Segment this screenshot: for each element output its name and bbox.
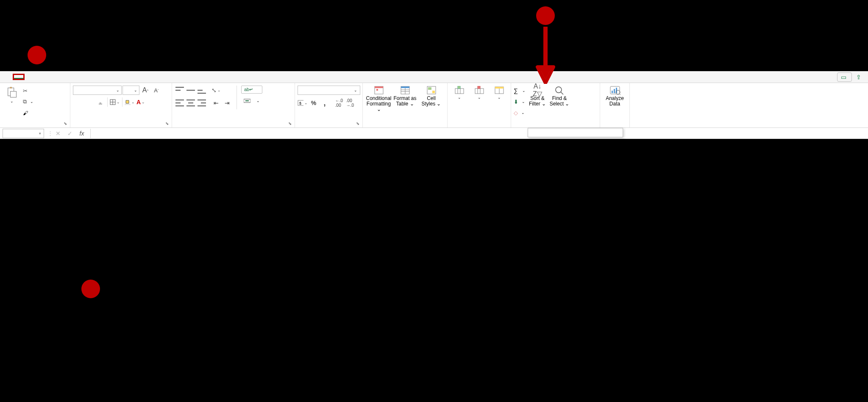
increase-decimal-button[interactable]: ←.0.00 [334,98,344,108]
conditional-formatting-button[interactable]: ConditionalFormatting ⌄ [367,86,391,113]
wrap-text-button[interactable]: ab↵ [241,86,262,94]
sigma-icon: ∑ [514,87,518,94]
format-as-table-button[interactable]: Format asTable ⌄ [393,86,417,107]
svg-rect-13 [376,89,378,91]
align-left-button[interactable] [175,98,185,108]
cf-label2: Formatting ⌄ [367,101,391,112]
svg-rect-31 [495,87,504,89]
arrow-icon [535,25,556,84]
align-center-button[interactable] [186,98,196,108]
underline-button[interactable] [95,97,105,107]
tab-insert[interactable] [24,75,34,79]
clear-button[interactable]: ◇ ⌄ [514,108,526,118]
comma-button[interactable]: , [320,98,330,108]
tab-file[interactable] [3,75,14,79]
group-number-label [298,127,360,128]
callout-1 [81,280,100,298]
wrap-text-icon: ab↵ [244,87,253,92]
autosum-button[interactable]: ∑ ⌄ [514,86,526,96]
svg-rect-26 [475,89,484,94]
percent-button[interactable]: % [309,98,319,108]
tab-review[interactable] [64,75,75,79]
svg-rect-37 [614,89,615,93]
ribbon: ⌄ ⌄ ⬊ ⌄ ⌄ A^ Aˇ [0,83,868,128]
callout-3 [536,6,555,25]
format-painter-button[interactable] [23,108,33,118]
fill-down-icon: ⬇ [514,99,518,105]
format-cells-button[interactable]: ⌄ [490,86,508,100]
accounting-format-button[interactable]: $ [298,98,308,108]
clipboard-launcher-icon[interactable]: ⬊ [64,121,69,126]
decrease-indent-button[interactable]: ⇤ [211,98,221,108]
sort-filter-icon: A↓Z▽ [531,86,543,95]
enter-formula-icon[interactable]: ✓ [65,129,75,138]
name-box[interactable]: ▾ [3,129,44,138]
group-styles-label [365,127,445,128]
delete-cells-button[interactable]: ⌄ [470,86,488,100]
number-launcher-icon[interactable]: ⬊ [356,121,361,126]
fill-button[interactable]: ⬇ ⌄ [514,97,526,107]
conditional-formatting-icon [373,86,385,95]
svg-rect-15 [401,86,409,88]
cut-button[interactable] [23,86,33,96]
increase-font-button[interactable]: A^ [140,86,150,95]
merge-center-button[interactable]: ⌄ [241,97,262,105]
decrease-decimal-button[interactable]: .00→.0 [345,98,355,108]
comment-icon: ▭ [841,74,846,80]
analyze-data-button[interactable]: AnalyzeData [604,86,626,107]
font-color-button[interactable]: A [136,97,146,107]
tab-data[interactable] [54,75,64,79]
align-right-button[interactable] [197,98,207,108]
decrease-font-button[interactable]: Aˇ [151,86,161,95]
fx-icon[interactable]: fx [77,129,87,138]
font-name-dropdown[interactable]: ⌄ [73,86,122,95]
autosum-tooltip [528,128,623,137]
scissors-icon [23,88,28,94]
svg-rect-36 [612,91,613,93]
border-button[interactable] [110,97,120,107]
font-launcher-icon[interactable]: ⬊ [165,121,170,126]
cell-styles-icon [426,86,437,95]
cancel-formula-icon[interactable]: ✕ [53,129,63,138]
align-middle-button[interactable] [186,86,196,95]
increase-indent-button[interactable]: ⇥ [222,98,232,108]
group-clipboard-label [3,127,67,128]
orientation-button[interactable]: ⤡ [211,86,221,95]
tab-formulas[interactable] [44,75,54,79]
font-size-dropdown[interactable]: ⌄ [122,86,139,95]
fill-color-button[interactable] [125,97,135,107]
find-select-button[interactable]: Find &Select ⌄ [549,86,570,107]
share-icon: ⇪ [856,74,861,80]
group-font-label [73,127,169,128]
paste-button[interactable]: ⌄ [3,86,21,104]
delete-cells-icon [473,86,485,95]
share-button[interactable]: ⇪ [854,73,865,81]
svg-rect-22 [455,89,464,94]
comments-button[interactable]: ▭ [837,72,852,82]
sort-filter-button[interactable]: A↓Z▽ Sort &Filter ⌄ [527,86,548,107]
align-bottom-button[interactable] [197,86,207,95]
tab-view[interactable] [75,75,85,79]
eraser-icon: ◇ [514,110,518,116]
tab-page-layout[interactable] [34,75,44,79]
svg-line-40 [619,94,620,95]
italic-button[interactable] [84,97,94,107]
cell-styles-button[interactable]: CellStyles ⌄ [419,86,444,107]
number-format-dropdown[interactable]: ⌄ [298,86,360,95]
tab-help[interactable] [95,75,105,79]
ribbon-tabs: ▭ ⇪ [0,71,868,83]
fs-label2: Select ⌄ [550,101,570,107]
alignment-launcher-icon[interactable]: ⬊ [288,121,293,126]
cs-label2: Styles ⌄ [421,101,441,107]
formula-bar: ▾ ⋮ ✕ ✓ fx [0,128,868,139]
align-top-button[interactable] [175,86,185,95]
insert-cells-button[interactable]: ⌄ [450,86,468,100]
formula-input[interactable] [90,129,868,138]
tab-home[interactable] [14,75,24,79]
brush-icon [23,110,28,116]
format-as-table-icon [399,86,411,95]
svg-rect-21 [432,91,435,93]
copy-button[interactable]: ⌄ [23,97,33,107]
tab-developer[interactable] [85,75,95,79]
bold-button[interactable] [73,97,83,107]
